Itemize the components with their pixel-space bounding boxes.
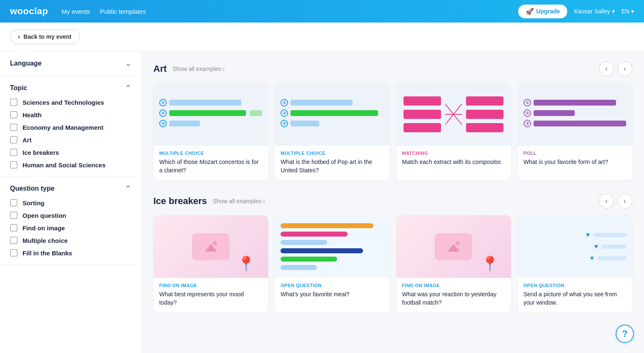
ice-prev-button[interactable]: ‹ bbox=[599, 194, 614, 209]
mc-num-3: ③ bbox=[159, 120, 167, 127]
back-button[interactable]: ‹ Back to my event bbox=[10, 29, 80, 44]
topic-label-art: Art bbox=[23, 136, 32, 144]
topic-item-sciences[interactable]: Sciences and Technologies bbox=[10, 98, 131, 106]
ice-card-3-type: FIND ON IMAGE bbox=[402, 283, 505, 288]
qtype-item-fillblanks[interactable]: Fill in the Blanks bbox=[10, 249, 131, 257]
ice-card-4[interactable]: ♥ ♥ ♥ bbox=[518, 215, 632, 313]
question-type-section-header[interactable]: Question type ⌃ bbox=[10, 184, 131, 193]
language-chevron-icon: ⌄ bbox=[125, 59, 131, 68]
topic-item-health[interactable]: Health bbox=[10, 111, 131, 119]
poll-num-1: ① bbox=[524, 99, 531, 106]
qtype-checkbox-findonimage[interactable] bbox=[10, 224, 18, 232]
nav-public-templates[interactable]: Public templates bbox=[100, 8, 146, 15]
oq-bar-2 bbox=[281, 232, 348, 237]
mc-num-2: ② bbox=[159, 109, 167, 117]
art-next-button[interactable]: › bbox=[617, 61, 632, 76]
rating-bar-2 bbox=[601, 245, 626, 249]
ice-card-1-body: FIND ON IMAGE What best represents your … bbox=[153, 278, 268, 313]
topic-label-health: Health bbox=[23, 111, 42, 119]
language-section-header[interactable]: Language ⌄ bbox=[10, 59, 131, 68]
topic-label-economy: Economy and Management bbox=[23, 124, 103, 131]
art-card-4-question: What is your favorite form of art? bbox=[524, 158, 626, 166]
art-card-4[interactable]: ① ② ③ bbox=[518, 83, 632, 180]
art-section-title: Art bbox=[153, 63, 167, 74]
poll-bar-1 bbox=[534, 100, 616, 106]
mc-num-1: ① bbox=[159, 99, 167, 106]
art-prev-button[interactable]: ‹ bbox=[599, 61, 614, 76]
topic-item-economy[interactable]: Economy and Management bbox=[10, 124, 131, 131]
topic-checkbox-health[interactable] bbox=[10, 111, 18, 119]
art-card-2[interactable]: ① ② ③ bbox=[275, 83, 389, 180]
topic-checkbox-sciences[interactable] bbox=[10, 98, 18, 106]
subheader: ‹ Back to my event bbox=[0, 23, 644, 51]
qtype-label-multiplechoice: Multiple choice bbox=[23, 237, 68, 244]
topic-item-social[interactable]: Human and Social Sciences bbox=[10, 161, 131, 169]
ice-next-button[interactable]: › bbox=[617, 194, 632, 209]
topic-label-social: Human and Social Sciences bbox=[23, 161, 105, 169]
match-bar-r1 bbox=[466, 96, 504, 106]
ice-card-3-image: 📍 bbox=[396, 215, 511, 278]
topic-checkbox-economy[interactable] bbox=[10, 124, 18, 131]
topic-section-header[interactable]: Topic ⌃ bbox=[10, 83, 131, 93]
qtype-item-sorting[interactable]: Sorting bbox=[10, 199, 131, 207]
oq-bar-4 bbox=[281, 248, 363, 253]
topic-checkbox-social[interactable] bbox=[10, 161, 18, 169]
mc-bar-3 bbox=[169, 121, 200, 126]
topic-chevron-icon: ⌃ bbox=[125, 83, 131, 93]
rating-bar-3 bbox=[597, 256, 626, 260]
topic-checkbox-art[interactable] bbox=[10, 136, 18, 144]
art-card-1[interactable]: ① ② ③ bbox=[153, 83, 268, 180]
heart-icon-3: ♥ bbox=[590, 255, 594, 262]
ice-card-3[interactable]: 📍 FIND ON IMAGE What was your reaction t… bbox=[396, 215, 511, 313]
topic-item-icebreakers[interactable]: Ice breakers bbox=[10, 149, 131, 156]
upgrade-button[interactable]: 🚀 Upgrade bbox=[518, 5, 568, 18]
header-right: 🚀 Upgrade Kausar Salley ▾ EN ▾ bbox=[518, 5, 634, 18]
qtype-label-sorting: Sorting bbox=[23, 199, 45, 207]
language-menu[interactable]: EN ▾ bbox=[621, 8, 634, 15]
qtype-checkbox-open[interactable] bbox=[10, 212, 18, 219]
qtype-label-fillblanks: Fill in the Blanks bbox=[23, 250, 72, 257]
art-card-3-image bbox=[396, 83, 511, 146]
art-card-3[interactable]: MATCHING Match each extract with its com… bbox=[396, 83, 511, 180]
foi-mountain-icon bbox=[203, 239, 219, 254]
topic-section: Topic ⌃ Sciences and Technologies Health… bbox=[0, 76, 141, 176]
mc-bar-2-2 bbox=[291, 110, 378, 116]
ice-card-2[interactable]: OPEN QUESTION What's your favorite meal? bbox=[275, 215, 389, 313]
art-card-1-body: MULTIPLE CHOICE Which of those Mozart co… bbox=[153, 146, 268, 180]
ice-show-all[interactable]: Show all examples › bbox=[213, 198, 265, 204]
poll-visual: ① ② ③ bbox=[518, 93, 632, 136]
mc-bar-2-1 bbox=[291, 100, 352, 106]
ice-cards-grid: 📍 FIND ON IMAGE What best represents you… bbox=[153, 215, 632, 313]
qtype-checkbox-multiplechoice[interactable] bbox=[10, 237, 18, 244]
rocket-icon: 🚀 bbox=[526, 8, 534, 15]
match-bar-r2 bbox=[466, 110, 504, 119]
qtype-item-findonimage[interactable]: Find on image bbox=[10, 224, 131, 232]
user-menu[interactable]: Kausar Salley ▾ bbox=[574, 8, 614, 15]
art-show-all[interactable]: Show all examples › bbox=[173, 66, 225, 72]
art-card-2-body: MULTIPLE CHOICE What is the hotbed of Po… bbox=[275, 146, 389, 180]
qtype-item-open[interactable]: Open question bbox=[10, 212, 131, 219]
ice-card-1-image: 📍 bbox=[153, 215, 268, 278]
qtype-label-open: Open question bbox=[23, 212, 66, 219]
mc-bar-2 bbox=[169, 110, 246, 116]
art-card-3-body: MATCHING Match each extract with its com… bbox=[396, 146, 511, 172]
mc-num-2-2: ② bbox=[281, 109, 288, 117]
help-button[interactable]: ? bbox=[616, 325, 634, 343]
qtype-checkbox-sorting[interactable] bbox=[10, 199, 18, 207]
topic-checkbox-icebreakers[interactable] bbox=[10, 149, 18, 156]
ice-card-2-question: What's your favorite meal? bbox=[281, 290, 383, 299]
art-title-group: Art Show all examples › bbox=[153, 63, 225, 74]
poll-num-3: ③ bbox=[524, 120, 531, 127]
nav-my-events[interactable]: My events bbox=[62, 8, 90, 15]
qtype-item-multiplechoice[interactable]: Multiple choice bbox=[10, 237, 131, 244]
topic-item-art[interactable]: Art bbox=[10, 136, 131, 144]
mc-visual-2: ① ② ③ bbox=[275, 93, 389, 136]
match-bar-r3 bbox=[466, 123, 504, 132]
ice-nav-arrows: ‹ › bbox=[599, 194, 632, 209]
ice-card-4-image: ♥ ♥ ♥ bbox=[518, 215, 632, 278]
qtype-checkbox-fillblanks[interactable] bbox=[10, 249, 18, 257]
question-type-chevron-icon: ⌃ bbox=[125, 184, 131, 193]
rating-row-3: ♥ bbox=[590, 255, 627, 262]
ice-card-1[interactable]: 📍 FIND ON IMAGE What best represents you… bbox=[153, 215, 268, 313]
ice-card-3-body: FIND ON IMAGE What was your reaction to … bbox=[396, 278, 511, 313]
